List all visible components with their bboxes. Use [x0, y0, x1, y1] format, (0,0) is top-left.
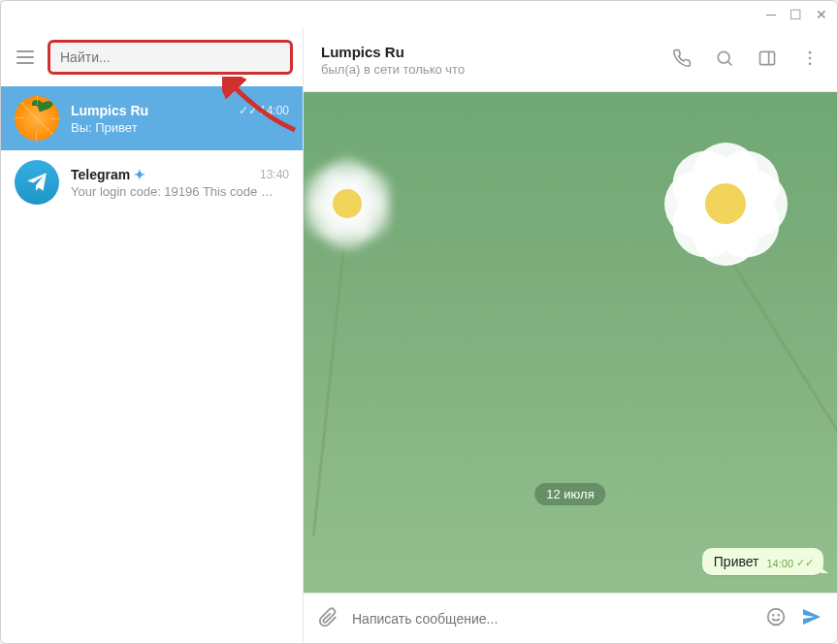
maximize-icon[interactable]: ☐ [790, 7, 802, 22]
menu-icon[interactable] [16, 50, 34, 64]
svg-point-3 [809, 56, 812, 59]
chat-status: был(а) в сети только что [321, 62, 653, 77]
verified-icon: ✦ [134, 167, 145, 182]
chat-header: Lumpics Ru был(а) в сети только что [304, 28, 837, 92]
chat-body: Lumpics Ru ✓✓ 14:00 Вы: Привет [71, 103, 289, 135]
header-info[interactable]: Lumpics Ru был(а) в сети только что [321, 44, 653, 77]
main-pane: Lumpics Ru был(а) в сети только что [304, 28, 837, 643]
svg-point-4 [809, 62, 812, 65]
sidebar: Lumpics Ru ✓✓ 14:00 Вы: Привет [1, 28, 304, 643]
search-icon[interactable] [715, 48, 734, 72]
svg-point-7 [778, 614, 779, 615]
composer [304, 593, 837, 643]
avatar [15, 160, 59, 205]
window-controls: ─ ☐ ✕ [1, 1, 837, 28]
chat-body: Telegram ✦ 13:40 Your login code: 19196 … [71, 167, 289, 199]
sidepanel-icon[interactable] [757, 48, 777, 72]
header-actions [672, 48, 820, 72]
attach-icon[interactable] [317, 606, 338, 631]
message-area[interactable]: 12 июля Привет 14:00 ✓✓ [304, 92, 837, 593]
search-field-highlight [48, 40, 293, 75]
svg-point-0 [718, 51, 729, 63]
send-icon[interactable] [800, 605, 823, 632]
svg-point-5 [768, 608, 785, 625]
message-text: Привет [714, 554, 759, 569]
content: Lumpics Ru ✓✓ 14:00 Вы: Привет [1, 28, 837, 643]
date-separator: 12 июля [534, 483, 605, 505]
background-decoration [653, 131, 798, 276]
read-ticks-icon: ✓✓ [239, 104, 258, 117]
chat-name: Telegram ✦ [71, 167, 145, 182]
message-bubble-outgoing[interactable]: Привет 14:00 ✓✓ [702, 548, 823, 575]
chat-preview: Your login code: 19196 This code … [71, 184, 289, 199]
minimize-icon[interactable]: ─ [766, 7, 776, 22]
chat-item-lumpics[interactable]: Lumpics Ru ✓✓ 14:00 Вы: Привет [1, 86, 303, 150]
chat-name: Lumpics Ru [71, 103, 148, 118]
svg-point-2 [809, 50, 812, 53]
background-decoration [304, 150, 401, 257]
chat-title: Lumpics Ru [321, 44, 653, 60]
svg-rect-1 [760, 51, 775, 64]
sidebar-top [1, 28, 303, 86]
chat-item-telegram[interactable]: Telegram ✦ 13:40 Your login code: 19196 … [1, 150, 303, 214]
avatar [15, 96, 59, 141]
chat-time: 13:40 [260, 168, 289, 181]
chat-time: ✓✓ 14:00 [239, 104, 289, 117]
message-input[interactable] [352, 611, 752, 627]
search-input[interactable] [60, 49, 280, 65]
message-meta: 14:00 ✓✓ [766, 557, 814, 569]
emoji-icon[interactable] [765, 606, 787, 631]
app-window: ─ ☐ ✕ Lumpics Ru [0, 0, 838, 644]
close-icon[interactable]: ✕ [816, 7, 827, 22]
svg-point-6 [773, 614, 774, 615]
chat-list: Lumpics Ru ✓✓ 14:00 Вы: Привет [1, 86, 303, 643]
read-ticks-icon: ✓✓ [796, 557, 814, 569]
call-icon[interactable] [672, 48, 692, 72]
more-icon[interactable] [800, 48, 820, 72]
chat-preview: Вы: Привет [71, 120, 289, 135]
